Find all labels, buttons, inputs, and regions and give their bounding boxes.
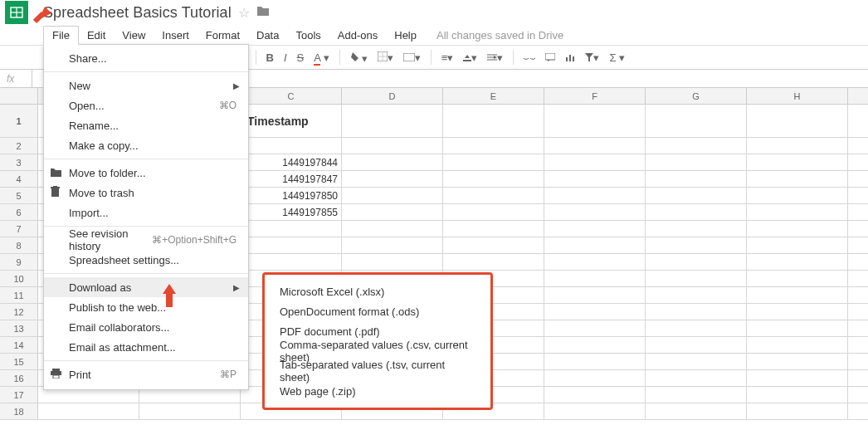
cell[interactable] xyxy=(544,370,646,386)
cell[interactable] xyxy=(646,304,747,320)
cell[interactable] xyxy=(646,254,747,270)
cell[interactable] xyxy=(544,221,646,237)
cell[interactable] xyxy=(747,171,848,187)
cell[interactable]: 1449197844 xyxy=(241,154,342,170)
column-header[interactable]: G xyxy=(646,88,747,104)
cell[interactable] xyxy=(443,237,544,253)
cell[interactable] xyxy=(544,320,646,336)
cell[interactable] xyxy=(544,354,646,369)
row-header[interactable]: 4 xyxy=(0,171,38,187)
insert-link-icon[interactable] xyxy=(524,51,535,64)
cell[interactable] xyxy=(544,403,646,419)
select-all-corner[interactable] xyxy=(0,88,38,104)
menu-view[interactable]: View xyxy=(114,27,154,44)
cell[interactable] xyxy=(646,237,747,253)
strikethrough-button[interactable]: S xyxy=(297,51,305,64)
row-header[interactable]: 10 xyxy=(0,271,38,286)
cell[interactable] xyxy=(646,154,747,170)
cell[interactable] xyxy=(139,403,241,419)
menu-rename[interactable]: Rename... xyxy=(44,115,248,135)
row-header[interactable]: 9 xyxy=(0,254,38,270)
cell[interactable] xyxy=(646,403,747,419)
insert-chart-icon[interactable] xyxy=(565,51,575,64)
cell[interactable] xyxy=(544,204,646,220)
cell[interactable] xyxy=(38,403,139,419)
menu-addons[interactable]: Add-ons xyxy=(329,27,386,44)
menu-make-copy[interactable]: Make a copy... xyxy=(44,135,248,155)
row-header[interactable]: 5 xyxy=(0,188,38,203)
fill-color-icon[interactable]: ▾ xyxy=(350,51,368,65)
download-tsv[interactable]: Tab-separated values (.tsv, current shee… xyxy=(265,361,490,381)
cell[interactable] xyxy=(241,237,342,253)
cell[interactable] xyxy=(544,304,646,320)
row-header[interactable]: 15 xyxy=(0,354,38,369)
cell[interactable] xyxy=(342,105,443,137)
cell[interactable] xyxy=(747,304,848,320)
cell[interactable] xyxy=(544,271,646,286)
row-header[interactable]: 1 xyxy=(0,105,38,137)
cell[interactable] xyxy=(646,221,747,237)
sheets-app-icon[interactable] xyxy=(5,1,28,24)
cell[interactable] xyxy=(241,254,342,270)
cell[interactable] xyxy=(544,154,646,170)
cell[interactable] xyxy=(747,403,848,419)
menu-revision-history[interactable]: See revision history⌘+Option+Shift+G xyxy=(44,230,248,250)
menu-data[interactable]: Data xyxy=(248,27,287,44)
menu-download-as[interactable]: Download as▶ xyxy=(44,277,248,297)
cell[interactable]: 1449197850 xyxy=(241,188,342,203)
menu-tools[interactable]: Tools xyxy=(287,27,329,44)
text-color-button[interactable]: A ▾ xyxy=(314,51,329,64)
cell[interactable] xyxy=(544,237,646,253)
cell[interactable] xyxy=(544,105,646,137)
menu-new[interactable]: New▶ xyxy=(44,76,248,95)
cell[interactable] xyxy=(443,204,544,220)
cell[interactable] xyxy=(443,154,544,170)
menu-file[interactable]: File xyxy=(43,26,79,45)
cell[interactable] xyxy=(747,237,848,253)
row-header[interactable]: 14 xyxy=(0,337,38,353)
bold-button[interactable]: B xyxy=(266,51,274,64)
insert-comment-icon[interactable] xyxy=(545,51,555,64)
menu-open[interactable]: Open...⌘O xyxy=(44,95,248,115)
cell[interactable] xyxy=(443,171,544,187)
menu-share[interactable]: Share... xyxy=(44,48,248,68)
cell[interactable] xyxy=(241,138,342,154)
menu-help[interactable]: Help xyxy=(386,27,425,44)
document-title[interactable]: Spreadsheet Basics Tutorial xyxy=(43,4,232,22)
cell[interactable] xyxy=(747,204,848,220)
cell[interactable] xyxy=(646,138,747,154)
cell[interactable] xyxy=(747,221,848,237)
cell[interactable] xyxy=(646,188,747,203)
italic-button[interactable]: I xyxy=(284,51,287,64)
row-header[interactable]: 13 xyxy=(0,320,38,336)
cell[interactable] xyxy=(646,287,747,303)
menu-spreadsheet-settings[interactable]: Spreadsheet settings... xyxy=(44,250,248,270)
cell[interactable] xyxy=(747,138,848,154)
cell[interactable] xyxy=(544,254,646,270)
cell[interactable] xyxy=(646,204,747,220)
row-header[interactable]: 7 xyxy=(0,221,38,237)
row-header[interactable]: 3 xyxy=(0,154,38,170)
functions-icon[interactable]: Σ ▾ xyxy=(609,51,625,64)
menu-insert[interactable]: Insert xyxy=(154,27,197,44)
cell[interactable] xyxy=(544,188,646,203)
cell[interactable] xyxy=(747,354,848,369)
cell[interactable] xyxy=(342,171,443,187)
column-header[interactable]: F xyxy=(544,88,646,104)
cell[interactable] xyxy=(646,320,747,336)
row-header[interactable]: 17 xyxy=(0,387,38,403)
row-header[interactable]: 6 xyxy=(0,204,38,220)
cell[interactable] xyxy=(747,337,848,353)
menu-import[interactable]: Import... xyxy=(44,203,248,222)
menu-move-to-trash[interactable]: Move to trash xyxy=(44,183,248,203)
horizontal-align-icon[interactable]: ≡▾ xyxy=(441,51,454,64)
row-header[interactable]: 16 xyxy=(0,370,38,386)
row-header[interactable]: 18 xyxy=(0,403,38,419)
cell[interactable] xyxy=(747,271,848,286)
cell[interactable] xyxy=(443,188,544,203)
folder-icon[interactable] xyxy=(256,5,270,20)
download-xlsx[interactable]: Microsoft Excel (.xlsx) xyxy=(265,281,490,301)
cell[interactable] xyxy=(646,387,747,403)
vertical-align-icon[interactable]: ▾ xyxy=(463,51,477,64)
cell[interactable] xyxy=(342,188,443,203)
